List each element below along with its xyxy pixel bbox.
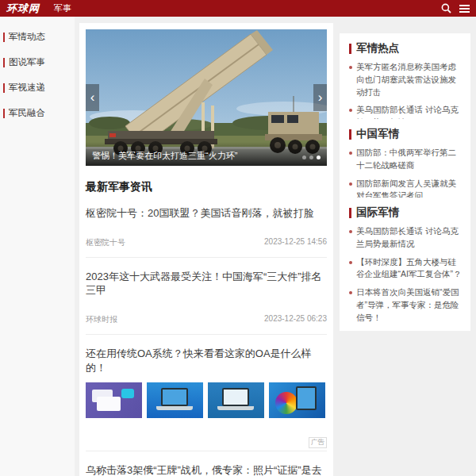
ad-badge: 广告 (309, 437, 327, 448)
tab-military[interactable]: 军事 (54, 2, 71, 14)
article-item[interactable]: 2023年这十大武器最受关注！中国海军“三大件”排名三甲 环球时报 2023-1… (86, 270, 327, 335)
sidebar-news-link[interactable]: 日本将首次向美国返销“爱国者”导弹，军事专家：是危险信号！ (349, 286, 463, 324)
menu-icon[interactable] (459, 5, 470, 13)
sidebar-news-link[interactable]: 美乌国防部长通话 讨论乌克兰局势最新情况 (349, 225, 463, 251)
article-item[interactable]: 乌称击落3架俄“王牌”战机，俄专家：照片“证据”是去年4月拍的 环球时报 202… (86, 463, 327, 476)
red-bar (3, 83, 5, 93)
carousel-dot-active[interactable] (317, 155, 321, 159)
ad-thumb-laptop-map[interactable] (147, 382, 203, 418)
carousel-next-button[interactable]: › (313, 84, 327, 111)
main-content: ‹ › 警惕！美军要在印太打造三重“火力环” 最新军事资讯 枢密院十号：20国联… (79, 23, 333, 476)
left-sidebar: 军情动态 图说军事 军视速递 军民融合 (0, 17, 75, 476)
divider (86, 257, 327, 258)
sidebar-item-label: 军视速递 (9, 82, 45, 94)
article-item[interactable]: 枢密院十号：20国联盟？美国话音刚落，就被打脸 枢密院十号 2023-12-25… (86, 206, 327, 258)
ad-item[interactable]: 还在用传统OA系统？快来看看这家的OA是什么样的！ 广告 (86, 347, 327, 451)
ad-thumbnails (86, 382, 327, 418)
sidebar-news-link[interactable]: 【环时深度】五角大楼与硅谷企业组建“AI军工复合体”？ (349, 256, 463, 282)
sidebar-item-tushuo-junshi[interactable]: 图说军事 (3, 56, 75, 68)
article-title[interactable]: 乌称击落3架俄“王牌”战机，俄专家：照片“证据”是去年4月拍的 (86, 463, 327, 476)
sidebar-item-label: 图说军事 (9, 56, 45, 68)
sidebar-card-international-military: 国际军情 美乌国防部长通话 讨论乌克兰局势最新情况 【环时深度】五角大楼与硅谷企… (340, 198, 470, 331)
sidebar-section-title: 中国军情 (349, 127, 463, 141)
top-header: 环球网 军事 (0, 0, 476, 17)
sidebar-item-label: 军情动态 (9, 31, 45, 43)
article-source: 环球时报 (86, 314, 117, 325)
carousel-dots (302, 155, 321, 162)
search-icon[interactable] (441, 3, 451, 13)
ad-thumb-office-app[interactable] (86, 382, 142, 418)
ad-thumb-laptop-dashboard[interactable] (208, 382, 264, 418)
carousel-dot[interactable] (302, 155, 306, 159)
section-title-latest-news: 最新军事资讯 (86, 180, 327, 194)
divider (86, 334, 327, 335)
sidebar-section-label: 中国军情 (356, 127, 399, 141)
carousel-caption-bar: 警惕！美军要在印太打造三重“火力环” (86, 142, 327, 166)
ad-title[interactable]: 还在用传统OA系统？快来看看这家的OA是什么样的！ (86, 347, 327, 375)
sidebar-item-junshi-sudi[interactable]: 军视速递 (3, 82, 75, 94)
sidebar-section-title: 军情热点 (349, 41, 463, 56)
carousel-prev-button[interactable]: ‹ (86, 84, 99, 111)
sidebar-section-label: 国际军情 (356, 205, 399, 220)
ui-card-shape (97, 397, 121, 411)
hero-carousel[interactable]: ‹ › 警惕！美军要在印太打造三重“火力环” (86, 29, 327, 166)
article-title[interactable]: 2023年这十大武器最受关注！中国海军“三大件”排名三甲 (86, 270, 327, 298)
sidebar-item-label: 军民融合 (9, 107, 45, 119)
laptop-base (217, 406, 254, 410)
phone-screen (296, 386, 317, 410)
red-bar (349, 129, 351, 140)
carousel-dot[interactable] (309, 155, 313, 159)
red-bar (349, 44, 351, 54)
sidebar-news-link[interactable]: 国防部：中俄两军举行第二十二轮战略磋商 (349, 147, 463, 172)
site-logo[interactable]: 环球网 (6, 2, 40, 16)
article-source: 枢密院十号 (86, 237, 125, 248)
article-time: 2023-12-25 06:23 (264, 314, 327, 325)
laptop-screen (161, 388, 188, 406)
color-fan-icon (275, 392, 298, 414)
red-bar (3, 33, 5, 42)
laptop-base (156, 406, 193, 410)
red-bar (3, 109, 5, 118)
article-time: 2023-12-25 14:56 (264, 237, 327, 248)
sidebar-section-title: 国际军情 (349, 205, 463, 220)
sidebar-news-link[interactable]: 美军方匿名消息称美国考虑向也门胡塞武装雷达设施发动打击 (349, 61, 463, 98)
divider (86, 451, 327, 451)
carousel-caption[interactable]: 警惕！美军要在印太打造三重“火力环” (92, 150, 302, 162)
sidebar-item-junqing-dongtai[interactable]: 军情动态 (3, 31, 75, 43)
chat-bubble-icon (121, 389, 134, 398)
sidebar-item-junmin-ronghe[interactable]: 军民融合 (3, 107, 75, 119)
red-bar (3, 58, 5, 67)
article-title[interactable]: 枢密院十号：20国联盟？美国话音刚落，就被打脸 (86, 206, 327, 221)
article-meta: 枢密院十号 2023-12-25 14:56 (86, 237, 327, 248)
red-bar (349, 208, 351, 218)
article-meta: 环球时报 2023-12-25 06:23 (86, 314, 327, 325)
ad-thumb-color-fan[interactable] (269, 382, 325, 418)
laptop-screen (222, 388, 249, 406)
sidebar-section-label: 军情热点 (356, 41, 399, 56)
